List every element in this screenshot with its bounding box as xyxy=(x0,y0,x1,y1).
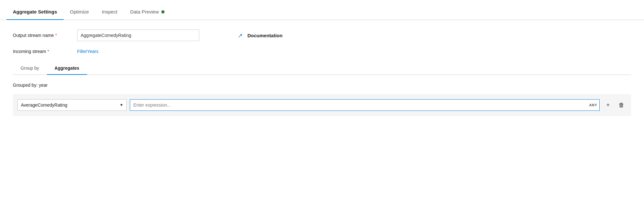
column-select[interactable]: AverageComedyRating xyxy=(17,99,127,111)
grouped-section: Grouped by: year AverageComedyRating ▼ A… xyxy=(13,75,631,121)
expression-input[interactable] xyxy=(130,99,600,111)
main-content: Output stream name* ↗︎ Documentation Inc… xyxy=(0,20,644,131)
incoming-stream-required: * xyxy=(47,49,49,54)
expression-row: AverageComedyRating ▼ ANY + 🗑 xyxy=(13,94,631,116)
tab-aggregate-settings[interactable]: Aggregate Settings xyxy=(6,4,64,20)
any-badge: ANY xyxy=(589,103,597,107)
column-select-wrapper: AverageComedyRating ▼ xyxy=(17,99,127,111)
tab-optimize[interactable]: Optimize xyxy=(64,4,95,20)
add-button[interactable]: + xyxy=(603,100,613,110)
delete-button[interactable]: 🗑 xyxy=(616,100,627,110)
sub-tab-group-by[interactable]: Group by xyxy=(13,62,47,75)
documentation-label: Documentation xyxy=(247,33,282,38)
sub-tab-bar: Group by Aggregates xyxy=(13,62,631,75)
trash-icon: 🗑 xyxy=(619,102,624,109)
output-stream-label: Output stream name* xyxy=(13,33,77,38)
output-stream-row: Output stream name* ↗︎ Documentation xyxy=(13,30,631,41)
expression-input-wrapper: ANY xyxy=(130,99,600,111)
external-link-icon: ↗︎ xyxy=(238,32,244,39)
incoming-stream-label: Incoming stream* xyxy=(13,49,77,54)
output-stream-required: * xyxy=(55,33,57,38)
incoming-stream-row: Incoming stream* FilterYears xyxy=(13,49,631,54)
tab-data-preview[interactable]: Data Preview xyxy=(124,4,171,20)
plus-icon: + xyxy=(606,102,610,109)
documentation-link[interactable]: ↗︎ Documentation xyxy=(238,32,282,39)
sub-tab-aggregates[interactable]: Aggregates xyxy=(47,62,87,75)
tab-bar: Aggregate Settings Optimize Inspect Data… xyxy=(0,0,644,20)
grouped-by-label: Grouped by: year xyxy=(13,83,631,88)
output-stream-input[interactable] xyxy=(77,30,199,41)
incoming-stream-link[interactable]: FilterYears xyxy=(77,49,98,54)
tab-inspect[interactable]: Inspect xyxy=(95,4,124,20)
data-preview-status-dot xyxy=(161,10,165,13)
